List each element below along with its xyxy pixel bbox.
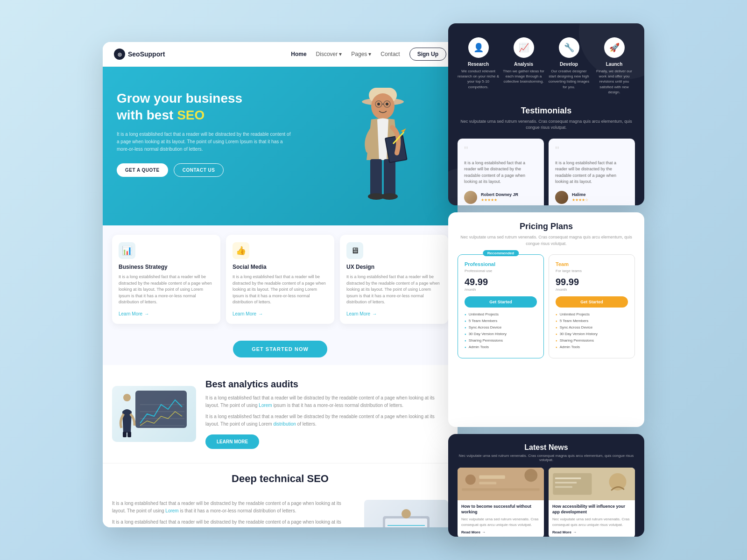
hero-title: Grow your business with best SEO (117, 90, 294, 124)
panel-bg (448, 23, 644, 205)
news-content-2: How accessibility will influence your ap… (549, 500, 635, 537)
analytics-desc1: It is a long established fact that a rea… (205, 394, 448, 409)
svg-point-37 (524, 469, 537, 482)
feature-5-team: Sharing Permissions (556, 338, 628, 343)
plan-period-team: /month (556, 287, 628, 292)
service-title-social: Social Media (233, 264, 328, 270)
news-card-desc-2: Nec vulputate urna sed rutrum venenatis.… (552, 517, 631, 527)
hero-description: It is a long established fact that a rea… (117, 131, 294, 153)
analytics-learn-more-button[interactable]: LEARN MORE (205, 434, 259, 449)
news-image-2 (549, 468, 635, 500)
get-quote-button[interactable]: GET A QUOTE (117, 163, 168, 177)
learn-more-business[interactable]: Learn More → (119, 311, 214, 316)
nav-discover[interactable]: Discover ▾ (316, 51, 342, 57)
analytics-illustration (117, 386, 191, 442)
news-card-2: How accessibility will influence your ap… (549, 468, 635, 537)
svg-marker-15 (401, 128, 406, 132)
hero-section: Grow your business with best SEO It is a… (103, 67, 458, 225)
news-subtitle: Nec vulputate urna sed rutrum venenatis.… (458, 454, 635, 462)
main-panel: ◎ SeoSupport Home Discover ▾ Pages ▾ Con… (103, 42, 458, 527)
news-content-1: How to become successful without working… (458, 500, 544, 537)
svg-rect-9 (384, 159, 395, 196)
deep-seo-desc1: It is a long established fact that a rea… (112, 500, 355, 515)
signup-button[interactable]: Sign Up (409, 48, 446, 61)
svg-point-2 (371, 93, 395, 119)
nav-contact[interactable]: Contact (381, 51, 400, 57)
person-svg (336, 76, 430, 221)
deep-seo-desc2: It is a long established fact that a rea… (112, 518, 355, 528)
svg-rect-40 (555, 477, 581, 479)
svg-rect-39 (553, 473, 592, 495)
feature-1-pro: Unlimited Projects (465, 312, 537, 316)
btn-plan-professional[interactable]: Get Started (465, 296, 537, 308)
svg-rect-36 (462, 488, 540, 491)
nav-home[interactable]: Home (291, 51, 306, 57)
pricing-cards: Recommended Professional Professional us… (458, 254, 635, 358)
news-card-desc-1: Nec vulputate urna sed rutrum venenatis.… (461, 517, 540, 527)
service-title-business: Business Strategy (119, 264, 214, 270)
feature-4-pro: 30 Day Version History (465, 332, 537, 336)
svg-point-25 (402, 509, 411, 518)
analytics-section: Best analytics audits It is a long estab… (103, 365, 458, 463)
feature-3-team: Sync Across Device (556, 325, 628, 329)
hero-text: Grow your business with best SEO It is a… (117, 90, 294, 177)
service-card-social: 👍 Social Media It is a long established … (226, 235, 334, 324)
get-started-button[interactable]: GET STARTED NOW (233, 341, 327, 357)
svg-point-21 (123, 394, 131, 401)
right-panel-bottom: Latest News Nec vulputate urna sed rutru… (448, 434, 644, 537)
svg-rect-34 (479, 476, 505, 479)
plan-price-team: 99.99 (556, 277, 628, 287)
read-more-1[interactable]: Read More → (461, 530, 540, 534)
news-title: Latest News (458, 443, 635, 452)
analytics-desc2: It is a long established fact that a rea… (205, 413, 448, 428)
plan-name-team: Team (556, 261, 628, 267)
navbar: ◎ SeoSupport Home Discover ▾ Pages ▾ Con… (103, 42, 458, 67)
right-panel-middle: Pricing Plans Nec vulputate urna sed rut… (448, 212, 644, 427)
svg-point-11 (381, 193, 398, 200)
deep-seo-illustration (364, 500, 448, 528)
svg-point-3 (377, 103, 380, 105)
feature-6-pro: Admin Tools (465, 345, 537, 349)
svg-rect-22 (123, 432, 127, 437)
pricing-card-team: Team For large teams 99.99 /month Get St… (549, 254, 635, 358)
learn-more-ux[interactable]: Learn More → (346, 311, 442, 316)
services-section: 📊 Business Strategy It is a long establi… (103, 225, 458, 333)
news-cards: How to become successful without working… (458, 468, 635, 537)
brand-logo[interactable]: ◎ SeoSupport (114, 49, 165, 60)
learn-more-social[interactable]: Learn More → (233, 311, 328, 316)
recommended-badge: Recommended (483, 250, 519, 256)
pricing-subtitle: Nec vulputate urna sed rutrum venenatis.… (458, 234, 635, 247)
feature-3-pro: Sync Across Device (465, 325, 537, 329)
btn-plan-team[interactable]: Get Started (556, 296, 628, 308)
pricing-title: Pricing Plans (458, 222, 635, 231)
service-desc-ux: It is a long established fact that a rea… (346, 274, 442, 306)
nav-pages[interactable]: Pages ▾ (351, 51, 371, 57)
ux-design-icon: 🖥 (346, 242, 363, 259)
deep-seo-title: Deep technical SEO (112, 473, 448, 485)
plan-name-professional: Professional (465, 261, 537, 267)
feature-2-pro: 5 Team Members (465, 319, 537, 323)
news-card-1: How to become successful without working… (458, 468, 544, 537)
svg-rect-28 (385, 518, 427, 528)
svg-rect-41 (555, 482, 577, 483)
service-desc-social: It is a long established fact that a rea… (233, 274, 328, 306)
hero-buttons: GET A QUOTE CONTACT US (117, 163, 294, 177)
cta-section: GET STARTED NOW (103, 333, 458, 365)
svg-rect-16 (135, 391, 187, 428)
feature-4-team: 30 Day Version History (556, 332, 628, 336)
brand-name: SeoSupport (128, 50, 165, 58)
feature-1-team: Unlimited Projects (556, 312, 628, 316)
analytics-text: Best analytics audits It is a long estab… (205, 379, 448, 449)
feature-6-team: Admin Tools (556, 345, 628, 349)
svg-point-43 (609, 473, 627, 490)
read-more-2[interactable]: Read More → (552, 530, 631, 534)
news-card-title-1: How to become successful without working (461, 504, 540, 515)
plan-subtitle-professional: Professional use (465, 269, 537, 273)
contact-us-button[interactable]: CONTACT US (174, 163, 224, 177)
service-desc-business: It is a long established fact that a rea… (119, 274, 214, 306)
service-card-business: 📊 Business Strategy It is a long establi… (112, 235, 220, 324)
nav-links: Home Discover ▾ Pages ▾ Contact Sign Up (291, 48, 446, 61)
news-image-1 (458, 468, 544, 500)
feature-2-team: 5 Team Members (556, 319, 628, 323)
news-card-title-2: How accessibility will influence your ap… (552, 504, 631, 515)
